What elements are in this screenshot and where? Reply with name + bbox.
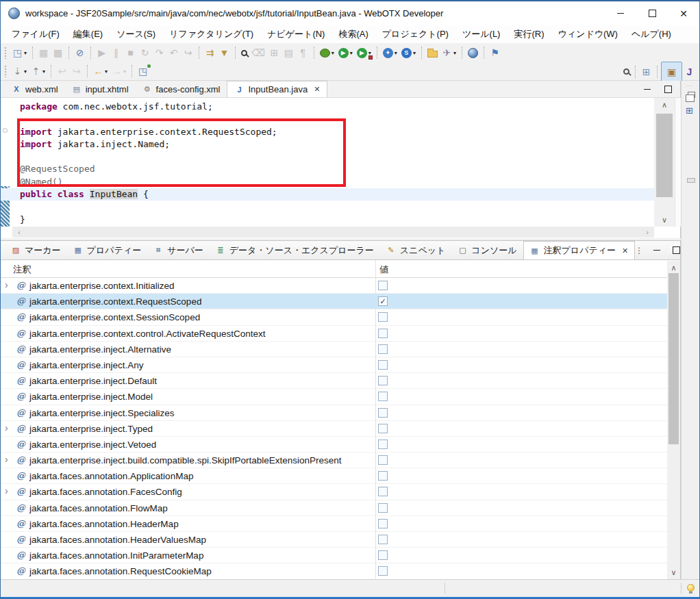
next-annotation-button[interactable]: ⇣▾ [10, 63, 29, 79]
value-checkbox[interactable] [378, 519, 388, 528]
table-row[interactable]: @jakarta.enterprise.inject.Any [1, 357, 667, 373]
previous-annotation-dropdown-icon[interactable]: ▾ [42, 68, 45, 75]
table-row[interactable]: @jakarta.enterprise.inject.Default [1, 373, 667, 389]
table-row[interactable]: @jakarta.faces.annotation.RequestCookieM… [1, 563, 667, 579]
table-row[interactable]: @jakarta.enterprise.context.control.Acti… [1, 326, 667, 342]
menu-item-5[interactable]: ナビゲート(N) [260, 26, 332, 42]
table-row[interactable]: @jakarta.enterprise.context.SessionScope… [1, 309, 667, 325]
editor-scrollbar-thumb[interactable] [656, 114, 673, 197]
value-checkbox[interactable]: ✓ [378, 296, 388, 306]
panel-minimize-button[interactable] [651, 245, 662, 256]
table-row[interactable]: @jakarta.faces.annotation.HeaderValuesMa… [1, 532, 667, 548]
run-dropdown-icon[interactable]: ▾ [350, 50, 353, 56]
value-checkbox[interactable] [378, 439, 388, 449]
close-tab-icon[interactable]: ✕ [314, 85, 320, 94]
editor-vertical-scrollbar[interactable]: ∧ ∨ [654, 98, 675, 227]
expand-chevron-icon[interactable]: › [5, 422, 8, 433]
value-checkbox[interactable] [378, 424, 388, 433]
toolbar-grip[interactable] [4, 47, 8, 59]
menu-item-4[interactable]: リファクタリング(T) [162, 26, 260, 42]
menu-item-1[interactable]: ファイル(F) [5, 26, 66, 42]
show-annotations-button[interactable]: ⇉ [203, 44, 217, 61]
table-row[interactable]: @jakarta.faces.annotation.ApplicationMap [1, 468, 667, 484]
column-divider[interactable] [375, 260, 376, 579]
new-service-button[interactable]: S▾ [399, 44, 418, 61]
maximize-view-button[interactable] [662, 84, 673, 94]
value-checkbox[interactable] [378, 455, 388, 465]
panel-tab-console[interactable]: ▢コンソール [451, 241, 523, 259]
editor-tab-inputbean-java[interactable]: JInputBean.java✕ [227, 81, 327, 97]
value-checkbox[interactable] [378, 471, 388, 481]
value-checkbox[interactable] [378, 344, 388, 354]
table-row[interactable]: @jakarta.enterprise.inject.Specializes [1, 405, 667, 421]
webotx-perspective-inner[interactable]: ▣ [664, 64, 679, 80]
table-row[interactable]: ›@jakarta.enterprise.inject.Typed [1, 421, 667, 437]
table-row[interactable]: @jakarta.enterprise.inject.Alternative [1, 342, 667, 357]
toolbar-grip[interactable] [4, 65, 8, 77]
menu-item-10[interactable]: ウィンドウ(W) [551, 26, 625, 42]
search-button[interactable] [239, 44, 249, 61]
table-row[interactable]: @jakarta.enterprise.context.RequestScope… [1, 294, 667, 309]
close-tab-icon[interactable]: ✕ [622, 246, 628, 255]
value-checkbox[interactable] [378, 503, 388, 513]
menu-item-8[interactable]: ツール(L) [455, 26, 508, 42]
menu-item-9[interactable]: 実行(R) [507, 26, 551, 42]
external-run-button[interactable]: ⚑ [488, 44, 502, 61]
editor-tab-web-xml[interactable]: Xweb.xml [5, 81, 65, 97]
table-row[interactable]: @jakarta.faces.annotation.HeaderMap [1, 516, 667, 532]
value-checkbox[interactable] [378, 392, 388, 401]
panel-tab-annotation-properties[interactable]: ▦注釈プロパティー✕ [523, 241, 636, 259]
new-web-project-button[interactable]: ✦▾ [381, 44, 399, 61]
debug-button[interactable]: ▾ [318, 44, 336, 61]
panel-tab-snippets[interactable]: ✎スニペット [380, 241, 452, 259]
search-toolbar-button[interactable] [621, 64, 632, 80]
table-row[interactable]: ›@jakarta.enterprise.context.Initialized [1, 278, 667, 294]
table-row[interactable]: @jakarta.enterprise.inject.Vetoed [1, 437, 667, 453]
value-checkbox[interactable] [378, 281, 388, 290]
new-service-dropdown-icon[interactable]: ▾ [413, 50, 416, 56]
next-annotation-dropdown-icon[interactable]: ▾ [24, 68, 27, 75]
scroll-left-icon[interactable]: ‹ [14, 227, 25, 238]
table-row[interactable]: @jakarta.enterprise.inject.Model [1, 389, 667, 405]
table-scroll-down-icon[interactable]: ∨ [667, 567, 680, 578]
webotx-perspective-button[interactable]: ▣ [661, 62, 682, 82]
table-scroll-up-icon[interactable]: ∧ [667, 262, 680, 273]
outline-view-icon[interactable]: ⊞ [686, 105, 693, 116]
new-wizard-dropdown-icon[interactable]: ▾ [24, 50, 27, 56]
value-checkbox[interactable] [378, 360, 388, 370]
deploy-dropdown-icon[interactable]: ▾ [453, 50, 456, 56]
open-perspective-button[interactable]: ⊞ [639, 64, 653, 80]
panel-tab-properties[interactable]: ▦プロパティー [67, 241, 148, 259]
value-checkbox[interactable] [378, 535, 388, 544]
debug-dropdown-icon[interactable]: ▾ [332, 50, 334, 56]
minimize-view-button[interactable] [642, 84, 653, 94]
run-button[interactable]: ▶▾ [336, 44, 355, 61]
menu-item-3[interactable]: ソース(S) [110, 26, 162, 42]
import-button[interactable] [425, 44, 440, 61]
web-browser-button[interactable] [466, 44, 480, 61]
table-row[interactable]: @jakarta.faces.annotation.FlowMap [1, 500, 667, 516]
menu-item-11[interactable]: ヘルプ(H) [625, 26, 678, 42]
table-vertical-scrollbar[interactable]: ∧ ∨ [667, 261, 680, 579]
table-row[interactable]: ›@jakarta.faces.annotation.FacesConfig [1, 484, 667, 500]
editor-horizontal-scrollbar[interactable]: ‹ › [12, 227, 654, 238]
table-scrollbar-thumb[interactable] [668, 273, 679, 444]
profile-button[interactable]: ▶▾ [355, 44, 373, 61]
table-row[interactable]: @jakarta.faces.annotation.InitParameterM… [1, 548, 667, 563]
deploy-button[interactable]: ✈▾ [440, 44, 458, 61]
close-button[interactable]: ✕ [668, 1, 699, 25]
value-checkbox[interactable] [378, 329, 388, 338]
menu-item-7[interactable]: プロジェクト(P) [375, 26, 455, 42]
panel-tab-markers[interactable]: ▨マーカー [5, 241, 67, 259]
value-checkbox[interactable] [378, 312, 388, 322]
expand-chevron-icon[interactable]: › [5, 279, 8, 290]
table-row[interactable]: ›@jakarta.enterprise.inject.build.compat… [1, 453, 667, 468]
value-checkbox[interactable] [378, 550, 388, 560]
restore-view-icon[interactable] [688, 92, 695, 98]
expand-chevron-icon[interactable]: › [5, 454, 8, 465]
pin-editor-button[interactable]: ◳ [136, 63, 150, 79]
value-checkbox[interactable] [378, 376, 388, 385]
back-button[interactable]: ←▾ [91, 63, 110, 79]
new-wizard-button[interactable]: ◳▾ [10, 44, 29, 61]
value-checkbox[interactable] [378, 566, 388, 576]
